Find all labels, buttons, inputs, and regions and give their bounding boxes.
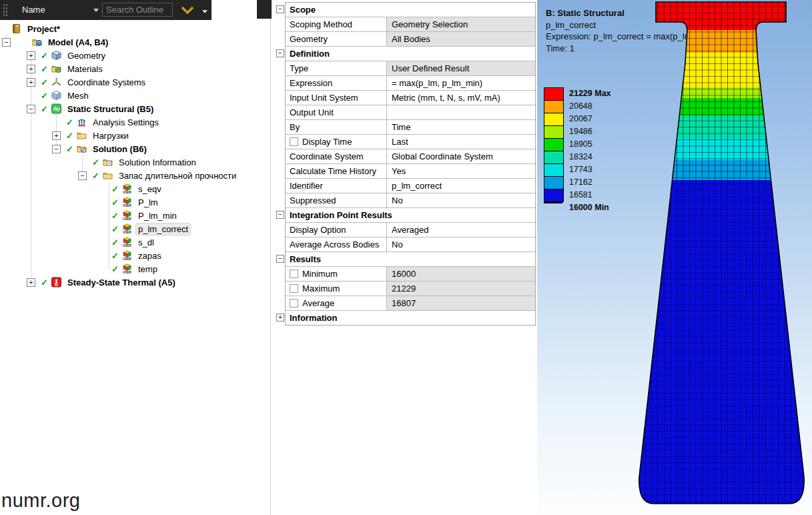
property-label: Suppressed xyxy=(290,195,336,205)
legend-band-1 xyxy=(544,87,564,101)
name-filter-chevron-down-icon[interactable] xyxy=(93,9,99,12)
fea-model-mesh[interactable] xyxy=(537,0,812,515)
tree-item-s-eqv[interactable]: ✓USERs_eqv xyxy=(0,182,257,195)
property-value[interactable]: No xyxy=(387,193,535,207)
property-value[interactable]: p_lm_correct xyxy=(387,179,535,193)
checkbox[interactable] xyxy=(290,270,298,278)
details-pane: ScopeScoping MethodGeometry SelectionGeo… xyxy=(257,0,537,515)
project-icon xyxy=(11,23,24,34)
property-label: By xyxy=(290,122,300,132)
tree-item-label: s_eqv xyxy=(138,184,161,194)
tree-expander-plus-icon[interactable]: + xyxy=(27,65,35,73)
contour-legend: 21229 Max2064820067194861890518324177431… xyxy=(544,87,611,214)
tree-item-analysis-settings[interactable]: ✓Analysis Settings xyxy=(0,115,257,129)
tree-item-mesh[interactable]: ✓Mesh xyxy=(0,89,257,102)
details-row-average: Average16807 xyxy=(286,296,535,311)
tree-item-temp[interactable]: ✓USERtemp xyxy=(0,262,257,276)
tree-expander-plus-icon[interactable]: + xyxy=(27,278,35,287)
tree-item-solution-information[interactable]: ✓iSolution Information xyxy=(0,155,257,169)
property-value[interactable]: Time xyxy=(387,120,535,134)
tree-item-запас-длительной-прочности[interactable]: −✓Запас длительной прочности xyxy=(0,169,257,182)
tree-item-solution-b6[interactable]: −✓Solution (B6) xyxy=(0,142,257,155)
more-options-icon[interactable] xyxy=(202,10,208,13)
tree-expander-plus-icon[interactable]: + xyxy=(52,131,61,140)
tree-expander-minus-icon[interactable]: − xyxy=(78,171,87,180)
tree-item-label: Coordinate Systems xyxy=(67,77,145,87)
check-icon: ✓ xyxy=(111,211,120,220)
property-value[interactable]: No xyxy=(387,237,535,251)
details-row-suppressed: SuppressedNo xyxy=(286,193,535,208)
tree-item-zapas[interactable]: ✓USERzapas xyxy=(0,249,257,262)
property-value[interactable]: Averaged xyxy=(387,223,535,237)
tree-item-p-lm-correct[interactable]: ✓USERp_lm_correct xyxy=(0,222,257,235)
graphics-viewport[interactable]: B: Static Structural p_lm_correct Expres… xyxy=(537,0,812,515)
details-row-average-across-bodies: Average Across BodiesNo xyxy=(286,237,535,252)
checkbox[interactable] xyxy=(290,299,298,308)
tree-item-label: Solution Information xyxy=(119,157,196,167)
group-expander-minus-icon[interactable]: − xyxy=(276,255,284,263)
property-value[interactable]: 16807 xyxy=(387,296,535,310)
property-value[interactable]: = max(p_lm, p_lm_min) xyxy=(387,76,535,90)
tree-item-materials[interactable]: +✓Materials xyxy=(0,62,257,75)
check-icon: ✓ xyxy=(111,198,120,207)
legend-value-label: 17162 xyxy=(569,176,611,189)
tree-expander-minus-icon[interactable]: − xyxy=(52,145,61,153)
legend-band-9 xyxy=(544,189,564,202)
check-icon: ✓ xyxy=(92,158,101,167)
property-value[interactable]: Yes xyxy=(387,164,535,178)
property-value[interactable]: User Defined Result xyxy=(387,61,535,75)
property-label: Average xyxy=(302,298,334,308)
tree-item-p-lm[interactable]: ✓USERP_lm xyxy=(0,195,257,209)
tree-item-label: Analysis Settings xyxy=(93,117,159,127)
user-icon: USER xyxy=(121,183,135,194)
tree-item-coordinate-systems[interactable]: +✓Coordinate Systems xyxy=(0,75,257,89)
group-expander-minus-icon[interactable]: − xyxy=(276,49,284,57)
structural-icon xyxy=(51,103,64,114)
details-row-identifier: Identifierp_lm_correct xyxy=(286,179,535,193)
model-icon xyxy=(31,37,45,47)
folderinfo-icon: i xyxy=(102,157,115,167)
legend-value-label: 19486 xyxy=(569,125,611,138)
svg-text:USER: USER xyxy=(123,217,131,221)
legend-value-label: 18324 xyxy=(569,151,611,163)
drag-grip-icon[interactable] xyxy=(3,3,8,17)
tree-expander-plus-icon[interactable]: + xyxy=(27,78,35,87)
tree-item-model-a4-b4[interactable]: −Model (A4, B4) xyxy=(0,35,257,49)
property-value[interactable]: Last xyxy=(387,135,535,149)
expand-chevron-icon[interactable] xyxy=(179,5,195,15)
user-icon: USER xyxy=(121,250,135,261)
checkbox[interactable] xyxy=(290,284,298,293)
details-row-type: TypeUser Defined Result xyxy=(286,61,535,76)
group-expander-minus-icon[interactable]: − xyxy=(276,211,284,219)
details-row-coordinate-system: Coordinate SystemGlobal Coordinate Syste… xyxy=(286,149,535,164)
tree-item-project[interactable]: Project* xyxy=(0,22,257,35)
details-row-calculate-time-history: Calculate Time HistoryYes xyxy=(286,164,535,179)
property-value[interactable] xyxy=(387,105,535,119)
tree-item-label: P_lm_min xyxy=(138,211,177,221)
group-expander-plus-icon[interactable]: + xyxy=(276,314,284,322)
group-expander-minus-icon[interactable]: − xyxy=(276,5,284,13)
checkbox[interactable] xyxy=(290,137,298,146)
tree-expander-minus-icon[interactable]: − xyxy=(2,38,11,47)
tree-item-label: Static Structural (B5) xyxy=(67,104,153,114)
property-value[interactable]: All Bodies xyxy=(387,32,535,46)
tree-item-s-dl[interactable]: ✓USERs_dl xyxy=(0,235,257,249)
tree-expander-minus-icon[interactable]: − xyxy=(27,105,35,113)
property-value[interactable]: 16000 xyxy=(387,267,535,281)
check-icon: ✓ xyxy=(41,78,49,87)
property-value[interactable]: Metric (mm, t, N, s, mV, mA) xyxy=(387,91,535,105)
property-value[interactable]: Global Coordinate System xyxy=(387,149,535,163)
tree-item-steady-state-thermal-a5[interactable]: +✓Steady-State Thermal (A5) xyxy=(0,276,257,289)
tree-item-p-lm-min[interactable]: ✓USERP_lm_min xyxy=(0,209,257,222)
tree-item-label: s_dl xyxy=(138,237,154,247)
search-outline-input[interactable] xyxy=(102,3,173,17)
property-value[interactable]: Geometry Selection xyxy=(387,17,535,31)
property-label: Input Unit System xyxy=(290,93,358,103)
property-label: Identifier xyxy=(290,181,323,191)
property-value[interactable]: 21229 xyxy=(387,282,535,296)
details-group-results: Results xyxy=(286,252,535,267)
tree-item-geometry[interactable]: +✓Geometry xyxy=(0,49,257,62)
tree-item-static-structural-b5[interactable]: −✓Static Structural (B5) xyxy=(0,102,257,115)
tree-item-нагрузки[interactable]: +✓Нагрузки xyxy=(0,129,257,142)
tree-expander-plus-icon[interactable]: + xyxy=(27,51,35,60)
